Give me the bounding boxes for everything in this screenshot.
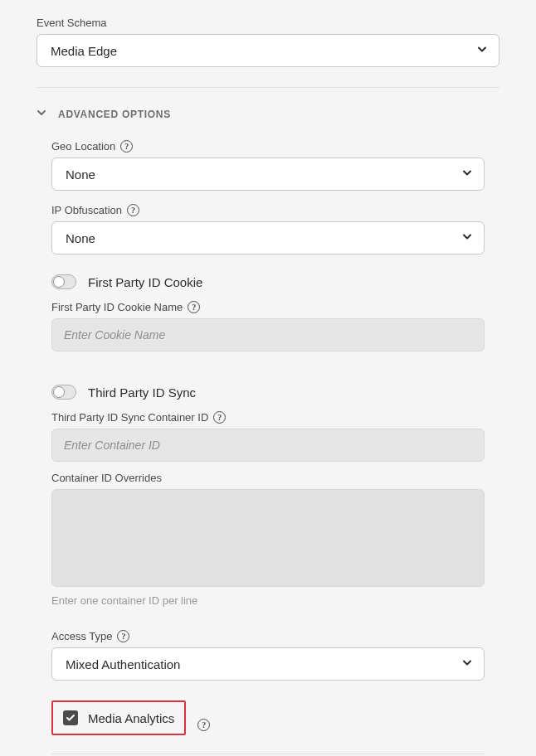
advanced-header[interactable]: ADVANCED OPTIONS: [37, 93, 499, 140]
access-select[interactable]: Mixed Authentication: [51, 647, 485, 681]
third-party-toggle-row: Third Party ID Sync: [51, 385, 485, 400]
third-party-toggle-label: Third Party ID Sync: [88, 385, 196, 400]
third-party-toggle[interactable]: [51, 385, 76, 400]
help-icon[interactable]: ?: [117, 630, 129, 642]
geo-label-text: Geo Location: [51, 140, 115, 153]
ip-select-wrap: None: [51, 221, 485, 254]
ip-value: None: [66, 231, 95, 245]
ip-label: IP Obfuscation ?: [51, 204, 485, 216]
media-analytics-checkbox[interactable]: [63, 710, 78, 725]
overrides-hint: Enter one container ID per line: [51, 594, 485, 607]
advanced-body: Geo Location ? None IP Obfuscation ? Non…: [37, 140, 499, 754]
toggle-knob: [53, 276, 65, 288]
first-party-toggle-row: First Party ID Cookie: [51, 274, 485, 289]
event-schema-value: Media Edge: [51, 44, 117, 58]
divider: [51, 754, 485, 754]
event-schema-label: Event Schema: [37, 17, 499, 29]
access-label-text: Access Type: [51, 630, 112, 642]
event-schema-label-text: Event Schema: [37, 17, 107, 29]
event-schema-select-wrap: Media Edge: [37, 34, 499, 67]
first-party-toggle-label: First Party ID Cookie: [88, 275, 202, 289]
advanced-section: ADVANCED OPTIONS Geo Location ? None IP …: [37, 88, 499, 754]
first-party-cookie-label-text: First Party ID Cookie Name: [51, 301, 183, 313]
third-party-container-input[interactable]: [51, 429, 485, 462]
help-icon[interactable]: ?: [188, 301, 200, 313]
media-analytics-checkbox-wrap: Media Analytics: [51, 700, 186, 735]
first-party-toggle[interactable]: [51, 274, 76, 289]
event-schema-select[interactable]: Media Edge: [37, 34, 499, 67]
geo-value: None: [66, 167, 95, 182]
ip-select[interactable]: None: [51, 221, 485, 254]
help-icon[interactable]: ?: [120, 140, 133, 153]
overrides-label-text: Container ID Overrides: [51, 472, 162, 484]
geo-label: Geo Location ?: [51, 140, 485, 153]
overrides-textarea[interactable]: [51, 489, 485, 587]
access-label: Access Type ?: [51, 630, 485, 642]
overrides-label: Container ID Overrides: [51, 472, 485, 484]
advanced-header-label: ADVANCED OPTIONS: [58, 109, 171, 120]
media-analytics-row: Media Analytics ?: [51, 700, 485, 749]
third-party-container-label: Third Party ID Sync Container ID ?: [51, 411, 485, 424]
chevron-down-icon: [37, 108, 46, 120]
help-icon[interactable]: ?: [197, 719, 210, 731]
ip-label-text: IP Obfuscation: [51, 204, 122, 216]
first-party-cookie-input[interactable]: [51, 318, 485, 351]
first-party-cookie-label: First Party ID Cookie Name ?: [51, 301, 485, 313]
help-icon[interactable]: ?: [127, 204, 139, 216]
access-select-wrap: Mixed Authentication: [51, 647, 485, 681]
toggle-knob: [53, 386, 65, 398]
geo-select-wrap: None: [51, 158, 485, 191]
media-analytics-label: Media Analytics: [88, 711, 174, 725]
geo-select[interactable]: None: [51, 158, 485, 191]
help-icon[interactable]: ?: [213, 411, 226, 424]
access-value: Mixed Authentication: [66, 657, 180, 671]
third-party-container-label-text: Third Party ID Sync Container ID: [51, 411, 208, 424]
